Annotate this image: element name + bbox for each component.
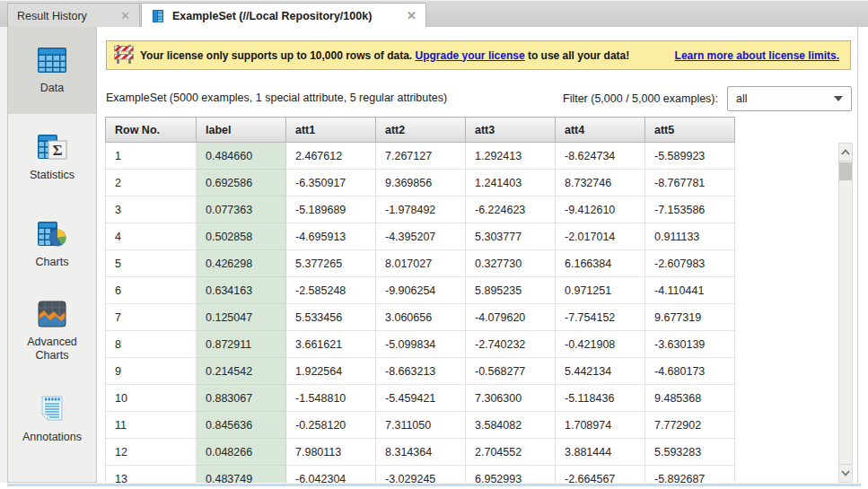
column-header-att1[interactable]: att1 [286,118,376,143]
data-cell: -7.153586 [645,196,735,223]
row-number-cell: 6 [106,277,197,304]
filter-dropdown[interactable]: all [727,86,852,111]
data-cell: 6.166384 [556,250,645,277]
data-cell: -0.421908 [556,331,645,358]
table-row[interactable]: 120.0482667.9801138.3143642.7045523.8814… [106,439,735,466]
data-cell: 3.661621 [286,331,376,358]
table-row[interactable]: 20.692586-6.3509179.3698561.2414038.7327… [106,170,735,196]
scroll-down-button[interactable] [839,464,852,482]
data-cell: -8.767781 [645,170,735,196]
data-cell: 3.881444 [556,439,645,466]
filter-label: Filter (5,000 / 5,000 examples): [539,92,718,105]
data-cell: -6.350917 [286,170,376,196]
column-header-att2[interactable]: att2 [376,118,466,143]
data-cell: -8.663213 [376,358,466,385]
sidebar-item-charts[interactable]: Charts [8,201,96,288]
tab-label: ExampleSet (//Local Repository/100k) [172,10,372,22]
table-row[interactable]: 110.845636-0.2581207.3110503.5840821.708… [106,412,735,439]
data-cell: -9.906254 [376,277,466,304]
data-cell: -6.224623 [466,196,556,223]
row-number-cell: 7 [106,304,197,331]
exampleset-summary: ExampleSet (5000 examples, 1 special att… [106,92,447,104]
table-row[interactable]: 100.883067-1.548810-5.4594217.306300-5.1… [106,385,735,412]
column-header-att3[interactable]: att3 [466,118,556,143]
data-cell: 2.467612 [286,143,376,170]
table-row[interactable]: 60.634163-2.585248-9.9062545.8952350.971… [106,277,735,304]
construction-barrier-icon [114,43,134,68]
tab-label: Result History [17,10,87,22]
row-number-cell: 11 [106,412,197,439]
data-cell: -5.892687 [645,466,735,484]
data-cell: -2.607983 [645,250,735,277]
column-header-att4[interactable]: att4 [556,118,645,143]
example-table: Row No. label att1 att2 att3 att4 att5 1… [105,117,735,483]
data-cell: 9.677319 [645,304,735,331]
data-cell: 0.911133 [645,223,735,250]
data-cell: 7.980113 [286,439,376,466]
data-cell: 7.306300 [466,385,556,412]
row-number-cell: 8 [106,331,197,358]
row-number-cell: 3 [106,196,197,223]
data-cell: -4.110441 [645,277,735,304]
data-cell: 6.952993 [466,466,556,484]
table-row[interactable]: 70.1250475.5334563.060656-4.079620-7.754… [106,304,735,331]
row-number-cell: 4 [106,223,197,250]
data-cell: 5.533456 [286,304,376,331]
data-cell: -5.589923 [645,143,735,170]
column-header-att5[interactable]: att5 [645,118,735,143]
data-cell: 3.584082 [466,412,556,439]
sidebar-item-advanced-charts[interactable]: Advanced Charts [8,288,96,375]
svg-text:Σ: Σ [52,142,62,159]
sidebar-item-annotations[interactable]: Annotations [8,375,96,462]
close-icon[interactable]: ✕ [120,10,130,22]
sidebar-item-data[interactable]: Data [8,27,96,114]
data-cell: 5.593283 [645,439,735,466]
table-row[interactable]: 80.8729113.661621-5.099834-2.740232-0.42… [106,331,735,358]
data-cell: -1.548810 [286,385,376,412]
data-cell: 8.314364 [376,439,466,466]
data-cell: 5.377265 [286,250,376,277]
chevron-up-icon [841,149,850,155]
sidebar-item-statistics[interactable]: Σ Statistics [8,114,96,201]
chevron-down-icon [834,96,843,101]
upgrade-license-link[interactable]: Upgrade your license [416,49,525,62]
data-cell: 0.971251 [556,277,645,304]
close-icon[interactable]: ✕ [407,10,416,22]
learn-more-link[interactable]: Learn more about license limits. [675,49,839,62]
data-cell: 2.704552 [466,439,556,466]
table-body: 10.4846602.4676127.2671271.292413-8.6247… [106,143,735,484]
data-cell: 5.442134 [556,358,645,385]
data-cell: 1.241403 [466,170,556,196]
table-row[interactable]: 40.502858-4.695913-4.3952075.303777-2.01… [106,223,735,250]
sidebar-item-label: Charts [31,256,75,269]
row-number-cell: 10 [106,385,197,412]
label-cell: 0.125047 [197,304,286,331]
table-row[interactable]: 130.483749-6.042304-3.0292456.952993-2.6… [106,466,735,484]
label-cell: 0.483749 [197,466,286,484]
scroll-up-button[interactable] [839,144,852,162]
tab-exampleset[interactable]: ExampleSet (//Local Repository/100k) ✕ [141,3,426,28]
data-cell: 7.267127 [376,143,466,170]
data-cell: 9.369856 [376,170,466,196]
table-row[interactable]: 10.4846602.4676127.2671271.292413-8.6247… [106,143,735,170]
data-cell: -2.585248 [286,277,376,304]
data-cell: -5.118436 [556,385,645,412]
scrollbar-thumb[interactable] [839,162,852,180]
table-row[interactable]: 90.2145421.922564-8.663213-0.5682775.442… [106,358,735,385]
label-cell: 0.426298 [197,250,286,277]
vertical-scrollbar[interactable] [838,143,853,483]
label-cell: 0.484660 [197,143,286,170]
table-row[interactable]: 30.077363-5.189689-1.978492-6.224623-9.4… [106,196,735,223]
data-cell: 1.922564 [286,358,376,385]
data-cell: -5.189689 [286,196,376,223]
data-cell: 1.708974 [556,412,645,439]
data-cell: -4.079620 [466,304,556,331]
table-row[interactable]: 50.4262985.3772658.0170270.3277306.16638… [106,250,735,277]
sidebar-item-label: Statistics [24,169,80,182]
data-cell: 8.732746 [556,170,645,196]
row-number-cell: 9 [106,358,197,385]
column-header-label[interactable]: label [197,118,286,143]
tab-result-history[interactable]: Result History ✕ [7,3,140,28]
row-number-cell: 12 [106,439,197,466]
column-header-row-no[interactable]: Row No. [106,118,197,143]
